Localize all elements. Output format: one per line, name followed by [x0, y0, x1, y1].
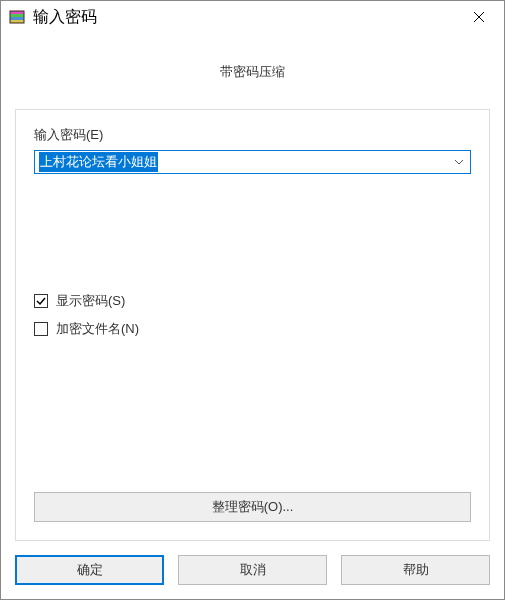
password-dialog: 输入密码 带密码压缩 输入密码(E) 上村花论坛看小姐姐 [0, 0, 505, 600]
password-panel: 输入密码(E) 上村花论坛看小姐姐 显示密码(S) [15, 109, 490, 541]
ok-button[interactable]: 确定 [15, 555, 164, 585]
password-input-value: 上村花论坛看小姐姐 [39, 152, 158, 172]
cancel-button[interactable]: 取消 [178, 555, 327, 585]
password-field-label: 输入密码(E) [34, 126, 471, 144]
svg-rect-2 [10, 14, 24, 17]
password-input[interactable]: 上村花论坛看小姐姐 [35, 151, 448, 173]
checkbox-icon [34, 294, 48, 308]
close-icon [473, 11, 485, 23]
cancel-button-label: 取消 [240, 561, 266, 579]
dialog-content: 带密码压缩 输入密码(E) 上村花论坛看小姐姐 [1, 33, 504, 599]
dialog-button-row: 确定 取消 帮助 [15, 555, 490, 585]
dialog-subtitle: 带密码压缩 [15, 45, 490, 109]
spacer [34, 174, 471, 292]
manage-passwords-button[interactable]: 整理密码(O)... [34, 492, 471, 522]
window-title: 输入密码 [33, 7, 456, 28]
password-dropdown-button[interactable] [448, 151, 470, 173]
svg-rect-3 [10, 17, 24, 20]
encrypt-filenames-checkbox[interactable]: 加密文件名(N) [34, 320, 471, 338]
show-password-checkbox[interactable]: 显示密码(S) [34, 292, 471, 310]
chevron-down-icon [454, 159, 464, 165]
titlebar: 输入密码 [1, 1, 504, 33]
ok-button-label: 确定 [77, 561, 103, 579]
spacer [34, 348, 471, 492]
winrar-icon [9, 9, 25, 25]
password-combobox[interactable]: 上村花论坛看小姐姐 [34, 150, 471, 174]
checkmark-icon [35, 295, 47, 307]
manage-passwords-label: 整理密码(O)... [212, 498, 294, 516]
encrypt-filenames-label: 加密文件名(N) [56, 320, 139, 338]
show-password-label: 显示密码(S) [56, 292, 125, 310]
help-button-label: 帮助 [403, 561, 429, 579]
checkbox-icon [34, 322, 48, 336]
help-button[interactable]: 帮助 [341, 555, 490, 585]
close-button[interactable] [456, 1, 502, 33]
